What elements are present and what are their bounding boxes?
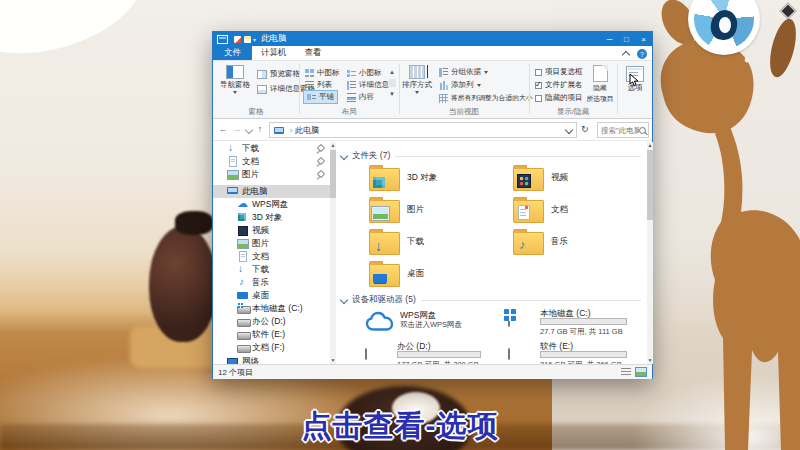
add-columns-button[interactable]: 添加列 [439, 80, 481, 90]
folder-tile-3d-objects[interactable]: 3D 对象 [369, 164, 437, 191]
hide-selected-button[interactable]: 隐藏 所选项目 [585, 65, 615, 104]
refresh-button[interactable]: ↻ [581, 124, 589, 134]
address-bar[interactable]: › 此电脑 [269, 122, 577, 138]
picture-icon [227, 169, 238, 180]
sidebar-scrollbar[interactable]: ▲ ▼ [330, 142, 336, 364]
scroll-up-icon[interactable]: ▲ [647, 142, 653, 149]
device-detail: 27.7 GB 可用, 共 111 GB [540, 327, 623, 337]
hidden-items-checkbox[interactable]: 隐藏的项目 [535, 93, 583, 103]
sidebar-item-documents[interactable]: 文档 [213, 250, 330, 263]
drive-icon [365, 348, 367, 360]
sidebar-item-office-d[interactable]: 办公 (D:) [213, 315, 330, 328]
medium-icons-icon [305, 69, 314, 78]
sidebar-item-downloads-pinned[interactable]: 下载 [213, 142, 330, 155]
help-button[interactable]: ? [637, 49, 647, 59]
scroll-down-icon[interactable]: ▼ [330, 357, 336, 364]
search-icon[interactable] [639, 127, 646, 134]
tab-view[interactable]: 查看 [296, 46, 331, 60]
device-tile-office-d[interactable]: 办公 (D:) 177 GB 可用, 共 200 GB [365, 341, 367, 351]
minimize-button[interactable]: ─ [601, 32, 618, 46]
tab-file[interactable]: 文件 [213, 46, 252, 60]
desktop-icon [373, 274, 387, 283]
sidebar-item-wps-cloud[interactable]: WPS网盘 [213, 198, 330, 211]
sort-by-icon [409, 65, 425, 79]
preview-pane-button[interactable]: 预览窗格 [257, 69, 300, 79]
layout-scroll-down-icon[interactable]: ▼ [389, 91, 395, 97]
sort-by-caret-icon [415, 91, 419, 94]
navigation-pane-caret-icon [233, 91, 237, 94]
sidebar-item-documents-pinned[interactable]: 文档 [213, 155, 330, 168]
status-view-thumbnail-icon[interactable] [635, 367, 647, 377]
sidebar-item-this-pc[interactable]: 此电脑 [213, 185, 330, 198]
scroll-down-icon[interactable]: ▼ [647, 357, 653, 364]
group-by-button[interactable]: 分组依据 [439, 67, 488, 77]
main-scrollbar[interactable]: ▲ ▼ [647, 142, 653, 364]
status-view-details-icon[interactable] [621, 368, 631, 376]
file-extensions-checkbox[interactable]: 文件扩展名 [535, 80, 583, 90]
recent-locations-icon[interactable] [245, 126, 253, 134]
sidebar-item-videos[interactable]: 视频 [213, 224, 330, 237]
folder-tile-downloads[interactable]: 下载 [369, 228, 424, 255]
layout-option-details[interactable]: 详细信息 [347, 80, 389, 90]
window-icon [217, 35, 228, 44]
address-location[interactable]: 此电脑 [295, 125, 319, 136]
layout-option-medium-icons[interactable]: 中图标 [305, 68, 340, 78]
sidebar-item-local-disk-c[interactable]: 本地磁盘 (C:) [213, 302, 330, 315]
qat-new-folder-icon[interactable] [244, 36, 251, 43]
folders-section-header[interactable]: 文件夹 (7) [341, 150, 641, 162]
checkbox-unchecked-icon [535, 69, 542, 76]
folder-tile-desktop[interactable]: 桌面 [369, 260, 424, 287]
folder-tile-videos[interactable]: 视频 [513, 164, 568, 191]
scroll-up-icon[interactable]: ▲ [330, 142, 336, 149]
folder-tile-pictures[interactable]: 图片 [369, 196, 424, 223]
folder-tile-documents[interactable]: 文档 [513, 196, 568, 223]
maximize-button[interactable]: □ [618, 32, 635, 46]
document-icon [227, 156, 238, 167]
forward-button[interactable]: → [231, 122, 243, 137]
sidebar-item-downloads[interactable]: 下载 [213, 263, 330, 276]
drive-icon [237, 303, 248, 314]
sidebar-item-desktop[interactable]: 桌面 [213, 289, 330, 302]
size-all-columns-button[interactable]: 将所有列调整为合适的大小 [439, 93, 533, 103]
navigation-pane-button[interactable]: 导航窗格 [217, 65, 253, 94]
search-input[interactable] [601, 126, 639, 135]
layout-scroll-up-icon[interactable]: ▲ [389, 69, 395, 75]
sidebar-item-3d-objects[interactable]: 3D 对象 [213, 211, 330, 224]
scrollbar-thumb[interactable] [647, 150, 653, 220]
layout-option-tiles-selected[interactable]: 平铺 [303, 90, 338, 104]
layout-scroll-track[interactable] [389, 79, 396, 87]
layout-option-content[interactable]: 内容 [347, 92, 374, 102]
qat-dropdown-icon[interactable]: ▾ [253, 36, 256, 43]
devices-section-header[interactable]: 设备和驱动器 (5) [341, 294, 641, 306]
item-checkboxes-checkbox[interactable]: 项目复选框 [535, 67, 583, 77]
tab-computer[interactable]: 计算机 [252, 46, 296, 60]
close-button[interactable]: × [635, 32, 652, 46]
collapse-section-icon[interactable] [340, 296, 348, 304]
usage-bar [540, 351, 627, 358]
cube-icon [237, 212, 248, 223]
folder-tile-music[interactable]: 音乐 [513, 228, 568, 255]
sort-by-button[interactable]: 排序方式 [401, 65, 433, 94]
folder-icon [513, 232, 544, 255]
back-button[interactable]: ← [217, 122, 229, 137]
sidebar-item-software-e[interactable]: 软件 (E:) [213, 328, 330, 341]
collapse-section-icon[interactable] [340, 152, 348, 160]
layout-option-small-icons[interactable]: 小图标 [347, 68, 382, 78]
sidebar-item-documents-f[interactable]: 文档 (F:) [213, 341, 330, 354]
scrollbar-thumb[interactable] [330, 150, 336, 198]
device-tile-local-disk-c[interactable]: 本地磁盘 (C:) 27.7 GB 可用, 共 111 GB [508, 308, 510, 318]
sidebar-item-music[interactable]: 音乐 [213, 276, 330, 289]
qat-properties-icon[interactable] [234, 36, 241, 43]
drive-icon [237, 342, 248, 353]
sidebar-item-pictures[interactable]: 图片 [213, 237, 330, 250]
layout-option-list[interactable]: 列表 [305, 80, 332, 90]
device-tile-software-e[interactable]: 软件 (E:) 316 GB 可用, 共 366 GB [508, 341, 510, 351]
picture-icon [237, 238, 248, 249]
sidebar-item-pictures-pinned[interactable]: 图片 [213, 168, 330, 181]
address-dropdown-icon[interactable] [565, 126, 573, 134]
cloud-icon [237, 199, 248, 210]
up-button[interactable]: ↑ [254, 122, 266, 137]
sidebar-item-network[interactable]: 网络 [213, 355, 330, 364]
search-box [597, 122, 649, 138]
preview-pane-icon [257, 70, 267, 79]
